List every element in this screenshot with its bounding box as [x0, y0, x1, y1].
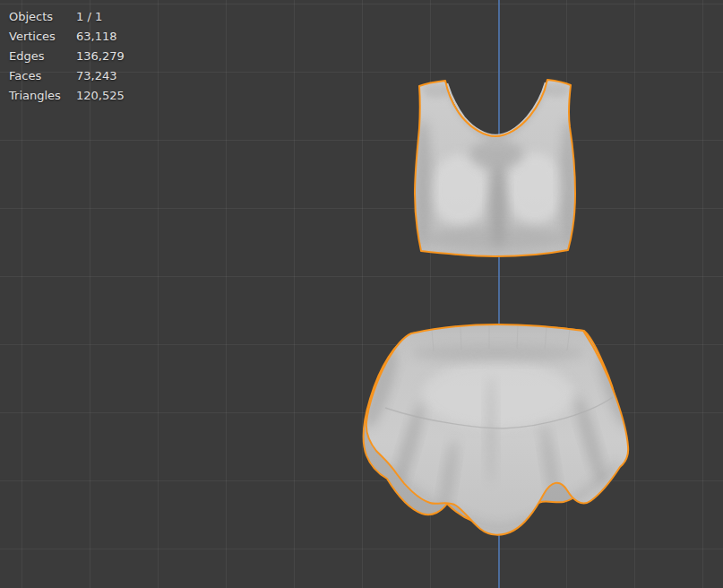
3d-viewport[interactable]: Objects 1 / 1 Vertices 63,118 Edges 136,… [0, 0, 723, 588]
stat-row-edges: Edges 136,279 [9, 47, 125, 66]
stat-row-vertices: Vertices 63,118 [9, 27, 125, 47]
stat-value: 120,525 [76, 86, 125, 106]
stat-value: 136,279 [76, 47, 125, 66]
stat-row-faces: Faces 73,243 [9, 66, 125, 86]
stat-label: Edges [9, 47, 76, 66]
stat-label: Vertices [9, 27, 76, 47]
stat-row-objects: Objects 1 / 1 [9, 7, 125, 27]
stat-label: Faces [9, 66, 76, 86]
stat-value: 73,243 [76, 66, 117, 86]
stats-overlay: Objects 1 / 1 Vertices 63,118 Edges 136,… [9, 7, 125, 106]
tank-top-mesh[interactable] [414, 80, 578, 256]
stat-value: 1 / 1 [76, 7, 102, 27]
stat-value: 63,118 [76, 27, 117, 47]
stat-label: Objects [9, 7, 76, 27]
stat-label: Triangles [9, 86, 76, 106]
skirt-mesh[interactable] [358, 324, 638, 535]
stat-row-triangles: Triangles 120,525 [9, 86, 125, 106]
